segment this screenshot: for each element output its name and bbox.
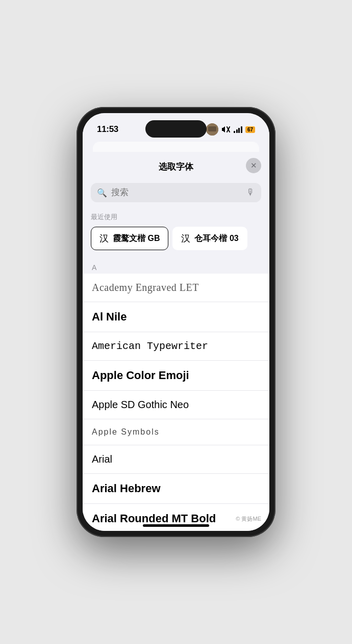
sheet-title: 选取字体 bbox=[159, 161, 193, 173]
signal-bars bbox=[234, 126, 242, 133]
font-list[interactable]: A Academy Engraved LET Al Nile American … bbox=[83, 259, 269, 531]
close-button[interactable]: ✕ bbox=[246, 158, 261, 173]
recent-section: 最近使用 汉 霞鹜文楷 GB 汉 仓耳今楷 03 bbox=[83, 208, 269, 255]
phone-screen: 11:53 bbox=[83, 113, 269, 531]
font-item-alnile[interactable]: Al Nile bbox=[83, 302, 269, 332]
font-name-arial-rounded: Arial Rounded MT Bold bbox=[92, 512, 216, 525]
font-name-sdgothic: Apple SD Gothic Neo bbox=[92, 399, 189, 411]
close-icon: ✕ bbox=[250, 162, 257, 169]
font-item-sdgothic[interactable]: Apple SD Gothic Neo bbox=[83, 391, 269, 419]
font-name-arial: Arial bbox=[92, 453, 112, 465]
font-item-typewriter[interactable]: American Typewriter bbox=[83, 332, 269, 361]
recent-chips: 汉 霞鹜文楷 GB 汉 仓耳今楷 03 bbox=[91, 227, 261, 250]
font-item-symbols[interactable]: Apple Symbols bbox=[83, 419, 269, 445]
home-indicator bbox=[143, 524, 209, 527]
font-name-academy: Academy Engraved LET bbox=[92, 282, 199, 293]
recent-label: 最近使用 bbox=[91, 212, 261, 222]
dynamic-island bbox=[145, 120, 207, 138]
font-name-arial-hebrew: Arial Hebrew bbox=[92, 482, 161, 495]
search-input[interactable] bbox=[111, 187, 242, 198]
chip-han-1: 汉 bbox=[99, 232, 109, 245]
font-name-emoji: Apple Color Emoji bbox=[92, 369, 189, 382]
font-name-typewriter: American Typewriter bbox=[92, 340, 208, 352]
svg-rect-1 bbox=[208, 126, 216, 131]
font-name-symbols: Apple Symbols bbox=[92, 427, 160, 437]
status-right: 67 bbox=[206, 123, 255, 136]
search-container: 🔍 🎙 bbox=[83, 179, 269, 208]
status-time: 11:53 bbox=[97, 124, 118, 135]
avatar bbox=[206, 123, 218, 136]
font-name-alnile: Al Nile bbox=[92, 310, 127, 324]
font-item-arial[interactable]: Arial bbox=[83, 445, 269, 474]
section-letter: A bbox=[83, 259, 269, 274]
battery-indicator: 67 bbox=[245, 126, 255, 133]
font-item-academy[interactable]: Academy Engraved LET bbox=[83, 274, 269, 302]
watermark: © 黄扬ME bbox=[236, 515, 261, 523]
chip-name-1: 霞鹜文楷 GB bbox=[113, 233, 160, 244]
sheet-header: 选取字体 ✕ bbox=[83, 152, 269, 179]
recent-chip-2[interactable]: 汉 仓耳今楷 03 bbox=[172, 227, 247, 250]
chip-han-2: 汉 bbox=[181, 232, 190, 245]
chip-name-2: 仓耳今楷 03 bbox=[194, 233, 238, 244]
recent-chip-1[interactable]: 汉 霞鹜文楷 GB bbox=[91, 227, 168, 250]
font-item-arial-hebrew[interactable]: Arial Hebrew bbox=[83, 474, 269, 504]
mic-icon[interactable]: 🎙 bbox=[246, 187, 255, 198]
search-bar[interactable]: 🔍 🎙 bbox=[91, 183, 261, 202]
font-item-emoji[interactable]: Apple Color Emoji bbox=[83, 361, 269, 391]
search-icon: 🔍 bbox=[97, 188, 107, 198]
phone-frame: 11:53 bbox=[77, 107, 275, 537]
font-picker-sheet: 选取字体 ✕ 🔍 🎙 最近使用 汉 霞鹜文楷 GB bbox=[83, 152, 269, 531]
mute-icon bbox=[221, 126, 231, 133]
